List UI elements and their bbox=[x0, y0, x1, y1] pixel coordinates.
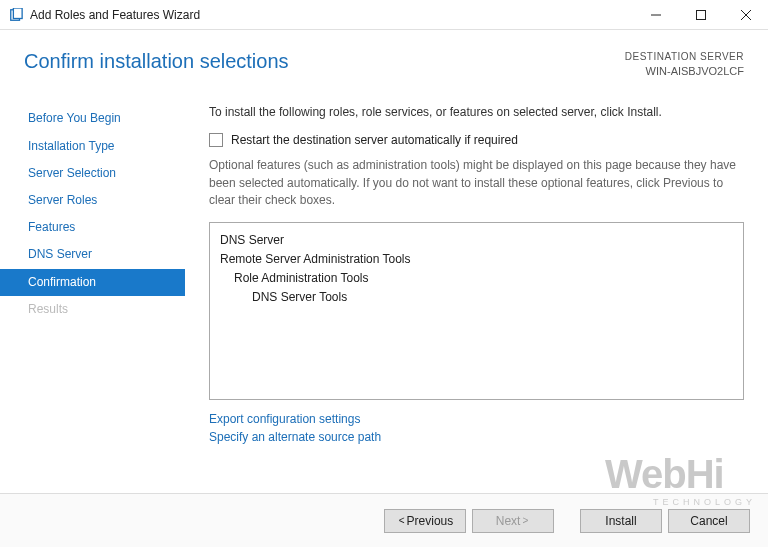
chevron-left-icon: < bbox=[397, 515, 407, 526]
svg-rect-1 bbox=[13, 8, 22, 19]
close-button[interactable] bbox=[723, 0, 768, 29]
content-area: To install the following roles, role ser… bbox=[185, 89, 768, 482]
optional-features-note: Optional features (such as administratio… bbox=[209, 157, 744, 209]
list-item: Role Administration Tools bbox=[220, 269, 733, 288]
minimize-button[interactable] bbox=[633, 0, 678, 29]
window-title: Add Roles and Features Wizard bbox=[30, 8, 633, 22]
page-heading: Confirm installation selections bbox=[24, 50, 289, 73]
destination-value: WIN-AISBJVO2LCF bbox=[625, 64, 744, 79]
nav-server-roles[interactable]: Server Roles bbox=[0, 187, 185, 214]
destination-server: DESTINATION SERVER WIN-AISBJVO2LCF bbox=[625, 50, 744, 79]
nav-results: Results bbox=[0, 296, 185, 323]
nav-dns-server[interactable]: DNS Server bbox=[0, 241, 185, 268]
next-button: Next > bbox=[472, 509, 554, 533]
nav-installation-type[interactable]: Installation Type bbox=[0, 133, 185, 160]
window-controls bbox=[633, 0, 768, 29]
cancel-button[interactable]: Cancel bbox=[668, 509, 750, 533]
restart-checkbox-label: Restart the destination server automatic… bbox=[231, 133, 518, 147]
list-item: DNS Server Tools bbox=[220, 288, 733, 307]
list-item: DNS Server bbox=[220, 231, 733, 250]
previous-button[interactable]: < Previous bbox=[384, 509, 466, 533]
list-item: Remote Server Administration Tools bbox=[220, 250, 733, 269]
nav-before-you-begin[interactable]: Before You Begin bbox=[0, 105, 185, 132]
next-button-label: Next bbox=[496, 514, 521, 528]
export-config-link[interactable]: Export configuration settings bbox=[209, 410, 360, 428]
restart-checkbox-row: Restart the destination server automatic… bbox=[209, 133, 744, 147]
wizard-nav: Before You Begin Installation Type Serve… bbox=[0, 89, 185, 482]
wizard-footer: < Previous Next > Install Cancel bbox=[0, 493, 768, 547]
titlebar: Add Roles and Features Wizard bbox=[0, 0, 768, 30]
svg-rect-3 bbox=[696, 10, 705, 19]
app-icon bbox=[8, 7, 24, 23]
restart-checkbox[interactable] bbox=[209, 133, 223, 147]
destination-label: DESTINATION SERVER bbox=[625, 50, 744, 64]
alternate-source-link[interactable]: Specify an alternate source path bbox=[209, 428, 381, 446]
previous-button-label: Previous bbox=[407, 514, 454, 528]
nav-server-selection[interactable]: Server Selection bbox=[0, 160, 185, 187]
selections-list[interactable]: DNS Server Remote Server Administration … bbox=[209, 222, 744, 400]
nav-confirmation[interactable]: Confirmation bbox=[0, 269, 185, 296]
nav-features[interactable]: Features bbox=[0, 214, 185, 241]
action-links: Export configuration settings Specify an… bbox=[209, 410, 744, 446]
intro-text: To install the following roles, role ser… bbox=[209, 105, 744, 119]
chevron-right-icon: > bbox=[520, 515, 530, 526]
wizard-header: Confirm installation selections DESTINAT… bbox=[0, 30, 768, 89]
maximize-button[interactable] bbox=[678, 0, 723, 29]
install-button[interactable]: Install bbox=[580, 509, 662, 533]
